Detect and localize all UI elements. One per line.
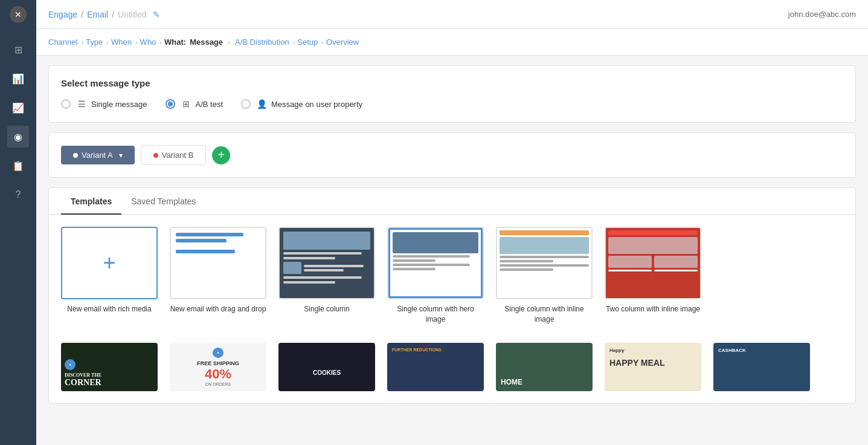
single-message-icon: ☰	[76, 98, 88, 110]
template-hero[interactable]: Single column with hero image	[387, 227, 484, 325]
message-type-title: Select message type	[61, 78, 843, 88]
prebuilt-corner[interactable]: ● Discover the CORNER	[61, 343, 158, 391]
nav-icon-book[interactable]: 📋	[7, 155, 29, 177]
radio-single-message[interactable]: ☰ Single message	[61, 98, 147, 110]
message-type-options: ☰ Single message ⊞ A/B test	[61, 98, 843, 110]
templates-tabs: Templates Saved Templates	[49, 188, 855, 215]
template-two-col[interactable]: Two column with inline image	[605, 227, 701, 325]
content-area: Select message type ☰ Single message	[36, 56, 868, 445]
prebuilt-label: CASHBACK	[713, 343, 810, 358]
radio-single-outer	[61, 99, 71, 109]
tab-saved-templates[interactable]: Saved Templates	[121, 188, 205, 215]
template-name: Single column	[304, 304, 349, 314]
nav-icon-help[interactable]: ?	[7, 184, 29, 206]
template-name: New email with rich media	[67, 304, 151, 314]
radio-ab-inner	[168, 102, 173, 106]
main-area: Engage / Email / Untitled ✎ john.doe@abc…	[36, 0, 868, 445]
nav-what: What: Message	[164, 37, 223, 47]
user-email: john.doe@abc.com	[788, 10, 856, 19]
radio-ab-test[interactable]: ⊞ A/B test	[166, 98, 223, 110]
chevron-icon: ›	[321, 39, 324, 46]
variant-b-tab[interactable]: Variant B	[141, 145, 207, 165]
prebuilt-cashback[interactable]: CASHBACK	[713, 343, 810, 391]
variants-card: Variant A ▾ Variant B +	[48, 132, 856, 178]
edit-title-icon[interactable]: ✎	[153, 10, 160, 19]
radio-user-outer	[241, 99, 251, 109]
breadcrumb-engage[interactable]: Engage	[48, 10, 77, 19]
variant-a-dropdown-icon: ▾	[119, 151, 123, 160]
prebuilt-label: HAPPY MEAL	[605, 358, 701, 368]
chevron-icon: ›	[293, 39, 295, 46]
nav-who[interactable]: Who ›	[140, 37, 162, 47]
variant-a-tab[interactable]: Variant A ▾	[61, 146, 135, 164]
variant-a-dot	[73, 153, 78, 158]
chevron-icon: ›	[106, 39, 109, 46]
message-type-card: Select message type ☰ Single message	[48, 65, 856, 123]
prebuilt-cookies[interactable]: COOKIES	[278, 343, 375, 391]
prebuilt-shipping[interactable]: ● FREE SHIPPING 40% ON ORDERS	[170, 343, 266, 391]
nav-icon-chart[interactable]: 📊	[7, 68, 29, 89]
template-name: New email with drag and drop	[170, 304, 266, 314]
nav-type[interactable]: Type ›	[86, 37, 109, 47]
template-name: Two column with inline image	[606, 304, 700, 314]
prebuilt-templates: ● Discover the CORNER ● FREE SHIPPING 40…	[49, 337, 855, 403]
nav-ab-distribution[interactable]: A/B Distribution ›	[235, 37, 295, 47]
navbar: Channel › Type › When › Who › What: Mess…	[36, 29, 868, 56]
sidebar: ✕ ⊞ 📊 📈 ◉ 📋 ?	[0, 0, 36, 445]
topbar: Engage / Email / Untitled ✎ john.doe@abc…	[36, 0, 868, 29]
breadcrumb: Engage / Email / Untitled ✎	[48, 10, 160, 19]
chevron-icon: ›	[135, 39, 138, 46]
add-variant-button[interactable]: +	[212, 146, 230, 164]
breadcrumb-email[interactable]: Email	[87, 10, 108, 19]
tab-templates[interactable]: Templates	[61, 188, 121, 215]
nav-when[interactable]: When ›	[111, 37, 138, 47]
nav-setup[interactable]: Setup ›	[297, 37, 324, 47]
prebuilt-label: FREE SHIPPING	[197, 360, 239, 366]
template-new-rich[interactable]: + New email with rich media	[61, 227, 158, 325]
template-name: Single column with hero image	[387, 304, 484, 325]
nav-icon-grid[interactable]: ⊞	[7, 39, 29, 60]
nav-icon-engage[interactable]: ◉	[7, 126, 29, 148]
variant-b-dot	[153, 153, 158, 158]
radio-ab-outer	[166, 99, 175, 109]
user-property-icon: 👤	[256, 98, 268, 110]
prebuilt-label: FURTHER REDUCTIONS	[387, 343, 484, 357]
templates-card: Templates Saved Templates + New email wi…	[48, 187, 856, 404]
prebuilt-meal[interactable]: Happy HAPPY MEAL	[605, 343, 701, 391]
plus-icon: +	[103, 250, 115, 276]
template-drag-drop[interactable]: New email with drag and drop	[170, 227, 266, 325]
nav-icon-analytics[interactable]: 📈	[7, 97, 29, 119]
prebuilt-label: HOME	[496, 343, 593, 391]
chevron-icon: ›	[81, 39, 83, 46]
template-name: Single column with inline image	[496, 304, 593, 325]
nav-channel[interactable]: Channel ›	[48, 37, 83, 47]
radio-user-property[interactable]: 👤 Message on user property	[241, 98, 362, 110]
template-inline[interactable]: Single column with inline image	[496, 227, 593, 325]
prebuilt-home[interactable]: HOME	[496, 343, 593, 391]
templates-grid: + New email with rich media New em	[49, 215, 855, 337]
prebuilt-label: COOKIES	[313, 357, 341, 376]
chevron-icon: ›	[159, 39, 162, 46]
variant-row: Variant A ▾ Variant B +	[61, 145, 843, 165]
page-title: Untitled	[118, 10, 146, 19]
prebuilt-label: CORNER	[65, 378, 154, 388]
prebuilt-reductions[interactable]: FURTHER REDUCTIONS	[387, 343, 484, 391]
close-button[interactable]: ✕	[10, 6, 27, 23]
ab-test-icon: ⊞	[180, 98, 192, 110]
template-single-col[interactable]: Single column	[278, 227, 375, 325]
nav-overview[interactable]: Overview	[326, 37, 359, 47]
